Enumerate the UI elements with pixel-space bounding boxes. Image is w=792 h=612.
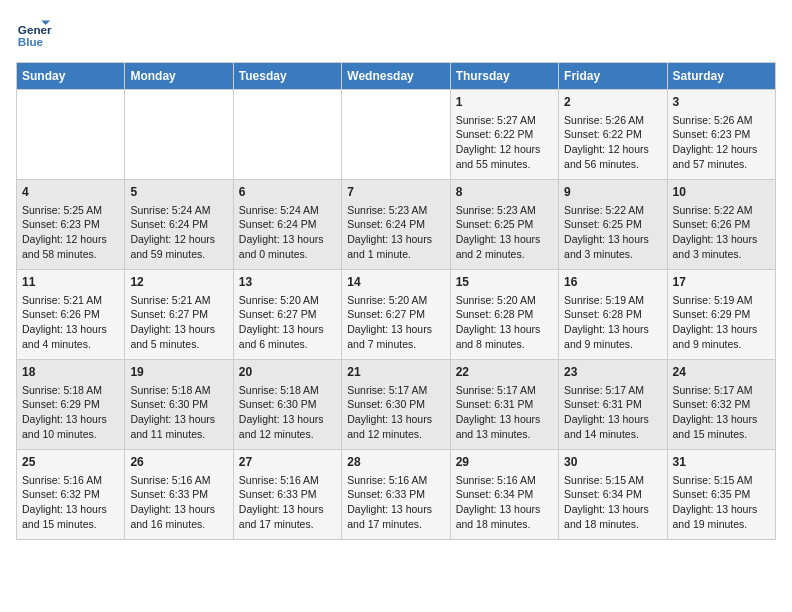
day-info: and 12 minutes. xyxy=(347,427,444,442)
day-info: and 3 minutes. xyxy=(564,247,661,262)
day-info: Sunset: 6:32 PM xyxy=(673,397,770,412)
day-info: Sunset: 6:25 PM xyxy=(564,217,661,232)
day-number: 27 xyxy=(239,454,336,471)
page-header: General Blue xyxy=(16,16,776,52)
day-info: Daylight: 13 hours xyxy=(130,322,227,337)
day-info: Sunset: 6:23 PM xyxy=(673,127,770,142)
day-cell xyxy=(125,90,233,180)
day-info: and 57 minutes. xyxy=(673,157,770,172)
day-info: Sunrise: 5:17 AM xyxy=(456,383,553,398)
day-info: Sunset: 6:34 PM xyxy=(564,487,661,502)
day-info: Sunset: 6:23 PM xyxy=(22,217,119,232)
day-cell: 11Sunrise: 5:21 AMSunset: 6:26 PMDayligh… xyxy=(17,270,125,360)
day-info: and 13 minutes. xyxy=(456,427,553,442)
day-info: Sunset: 6:33 PM xyxy=(130,487,227,502)
day-info: Daylight: 13 hours xyxy=(347,232,444,247)
day-info: and 17 minutes. xyxy=(239,517,336,532)
day-number: 6 xyxy=(239,184,336,201)
day-number: 2 xyxy=(564,94,661,111)
day-info: Sunrise: 5:16 AM xyxy=(130,473,227,488)
day-info: Sunset: 6:33 PM xyxy=(347,487,444,502)
day-info: Daylight: 13 hours xyxy=(564,412,661,427)
day-info: Sunset: 6:31 PM xyxy=(564,397,661,412)
day-info: Daylight: 13 hours xyxy=(22,322,119,337)
day-info: Sunset: 6:33 PM xyxy=(239,487,336,502)
day-cell: 20Sunrise: 5:18 AMSunset: 6:30 PMDayligh… xyxy=(233,360,341,450)
day-info: Sunset: 6:30 PM xyxy=(347,397,444,412)
day-number: 9 xyxy=(564,184,661,201)
day-info: Sunset: 6:28 PM xyxy=(564,307,661,322)
day-cell: 21Sunrise: 5:17 AMSunset: 6:30 PMDayligh… xyxy=(342,360,450,450)
day-info: Sunrise: 5:17 AM xyxy=(347,383,444,398)
day-number: 20 xyxy=(239,364,336,381)
day-number: 31 xyxy=(673,454,770,471)
day-info: and 4 minutes. xyxy=(22,337,119,352)
day-info: Daylight: 12 hours xyxy=(673,142,770,157)
day-info: Daylight: 13 hours xyxy=(347,502,444,517)
day-info: Daylight: 13 hours xyxy=(456,322,553,337)
day-info: Sunset: 6:30 PM xyxy=(239,397,336,412)
day-info: and 9 minutes. xyxy=(673,337,770,352)
day-cell: 2Sunrise: 5:26 AMSunset: 6:22 PMDaylight… xyxy=(559,90,667,180)
day-info: Sunset: 6:32 PM xyxy=(22,487,119,502)
day-info: Daylight: 13 hours xyxy=(564,232,661,247)
day-info: Sunset: 6:35 PM xyxy=(673,487,770,502)
day-cell: 1Sunrise: 5:27 AMSunset: 6:22 PMDaylight… xyxy=(450,90,558,180)
day-number: 8 xyxy=(456,184,553,201)
weekday-header-wednesday: Wednesday xyxy=(342,63,450,90)
day-info: Daylight: 13 hours xyxy=(130,502,227,517)
day-info: Sunrise: 5:27 AM xyxy=(456,113,553,128)
day-info: Daylight: 13 hours xyxy=(239,502,336,517)
day-info: Sunset: 6:22 PM xyxy=(456,127,553,142)
logo: General Blue xyxy=(16,16,52,52)
day-info: Sunrise: 5:26 AM xyxy=(564,113,661,128)
day-info: Daylight: 12 hours xyxy=(130,232,227,247)
day-info: and 55 minutes. xyxy=(456,157,553,172)
day-info: Daylight: 13 hours xyxy=(456,412,553,427)
week-row-1: 1Sunrise: 5:27 AMSunset: 6:22 PMDaylight… xyxy=(17,90,776,180)
day-info: Sunrise: 5:24 AM xyxy=(239,203,336,218)
day-cell: 24Sunrise: 5:17 AMSunset: 6:32 PMDayligh… xyxy=(667,360,775,450)
day-info: and 10 minutes. xyxy=(22,427,119,442)
day-cell: 12Sunrise: 5:21 AMSunset: 6:27 PMDayligh… xyxy=(125,270,233,360)
day-cell: 29Sunrise: 5:16 AMSunset: 6:34 PMDayligh… xyxy=(450,450,558,540)
day-info: and 56 minutes. xyxy=(564,157,661,172)
day-cell: 22Sunrise: 5:17 AMSunset: 6:31 PMDayligh… xyxy=(450,360,558,450)
day-info: and 18 minutes. xyxy=(564,517,661,532)
day-cell: 14Sunrise: 5:20 AMSunset: 6:27 PMDayligh… xyxy=(342,270,450,360)
day-cell: 9Sunrise: 5:22 AMSunset: 6:25 PMDaylight… xyxy=(559,180,667,270)
day-info: Daylight: 12 hours xyxy=(22,232,119,247)
weekday-header-row: SundayMondayTuesdayWednesdayThursdayFrid… xyxy=(17,63,776,90)
day-info: Sunrise: 5:24 AM xyxy=(130,203,227,218)
day-info: Sunrise: 5:20 AM xyxy=(456,293,553,308)
day-info: Sunset: 6:28 PM xyxy=(456,307,553,322)
day-info: Sunrise: 5:22 AM xyxy=(564,203,661,218)
day-info: Daylight: 13 hours xyxy=(239,232,336,247)
day-info: Sunrise: 5:19 AM xyxy=(564,293,661,308)
day-info: Sunset: 6:24 PM xyxy=(239,217,336,232)
weekday-header-sunday: Sunday xyxy=(17,63,125,90)
day-info: Sunrise: 5:17 AM xyxy=(673,383,770,398)
day-info: Daylight: 13 hours xyxy=(673,412,770,427)
day-info: and 7 minutes. xyxy=(347,337,444,352)
day-number: 13 xyxy=(239,274,336,291)
day-cell: 13Sunrise: 5:20 AMSunset: 6:27 PMDayligh… xyxy=(233,270,341,360)
day-info: and 12 minutes. xyxy=(239,427,336,442)
day-number: 10 xyxy=(673,184,770,201)
day-number: 19 xyxy=(130,364,227,381)
day-cell: 25Sunrise: 5:16 AMSunset: 6:32 PMDayligh… xyxy=(17,450,125,540)
day-info: Daylight: 13 hours xyxy=(673,502,770,517)
day-info: Sunset: 6:24 PM xyxy=(130,217,227,232)
day-number: 14 xyxy=(347,274,444,291)
day-info: Sunrise: 5:21 AM xyxy=(130,293,227,308)
day-cell xyxy=(342,90,450,180)
weekday-header-friday: Friday xyxy=(559,63,667,90)
day-cell: 27Sunrise: 5:16 AMSunset: 6:33 PMDayligh… xyxy=(233,450,341,540)
day-info: Daylight: 13 hours xyxy=(456,502,553,517)
day-number: 24 xyxy=(673,364,770,381)
day-cell: 7Sunrise: 5:23 AMSunset: 6:24 PMDaylight… xyxy=(342,180,450,270)
day-number: 18 xyxy=(22,364,119,381)
day-info: and 8 minutes. xyxy=(456,337,553,352)
day-info: and 3 minutes. xyxy=(673,247,770,262)
day-info: Sunrise: 5:15 AM xyxy=(564,473,661,488)
